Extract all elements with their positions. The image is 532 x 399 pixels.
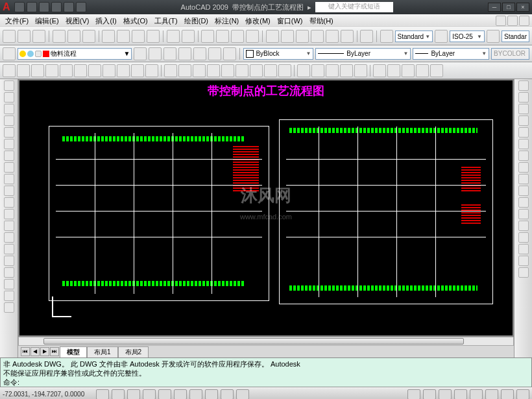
tab-nav-next-icon[interactable]: ▶: [40, 347, 49, 356]
area-icon[interactable]: [311, 64, 324, 77]
dim-jog-line-icon[interactable]: [236, 64, 248, 77]
new-icon[interactable]: [3, 30, 16, 43]
dim-angular-icon[interactable]: [103, 64, 115, 77]
menu-tools[interactable]: 工具(T): [152, 16, 180, 26]
sheet-set-icon[interactable]: [311, 30, 324, 43]
spline-icon[interactable]: [4, 174, 14, 184]
layer-iso-icon[interactable]: [163, 47, 176, 60]
ml-collect-icon[interactable]: [430, 64, 443, 77]
pan-icon[interactable]: [201, 30, 214, 43]
paste-icon[interactable]: [132, 30, 145, 43]
layer-uniso-icon[interactable]: [178, 47, 191, 60]
ellipse-icon[interactable]: [4, 186, 14, 196]
otrack-icon[interactable]: [174, 389, 187, 400]
arc-icon[interactable]: [4, 139, 14, 149]
model-viewport[interactable]: 带控制点的工艺流程图: [18, 79, 514, 337]
xline-icon[interactable]: [4, 92, 14, 103]
rotate-icon[interactable]: [518, 151, 529, 161]
point-icon[interactable]: [4, 232, 14, 243]
menu-window[interactable]: 窗口(W): [274, 16, 306, 26]
menu-dimension[interactable]: 标注(N): [212, 16, 241, 26]
dim-diameter-icon[interactable]: [88, 64, 101, 77]
zoom-realtime-icon[interactable]: [216, 30, 229, 43]
print-icon[interactable]: [53, 30, 66, 43]
open-icon[interactable]: [18, 30, 30, 43]
dim-break-icon[interactable]: [178, 64, 191, 77]
dim-update-icon[interactable]: [278, 64, 291, 77]
break-icon[interactable]: [518, 221, 529, 231]
zoom-prev-icon[interactable]: [246, 30, 259, 43]
dim-ordinate-icon[interactable]: [45, 64, 58, 77]
offset-icon[interactable]: [518, 115, 529, 126]
qat-redo-icon[interactable]: [64, 2, 74, 12]
layer-state-icon[interactable]: [149, 47, 162, 60]
design-center-icon[interactable]: [281, 30, 294, 43]
tab-nav-first-icon[interactable]: ⏮: [21, 347, 30, 356]
revcloud-icon[interactable]: [4, 162, 14, 173]
command-line[interactable]: 非 Autodesk DWG。 此 DWG 文件由非 Autodesk 开发或许…: [0, 357, 532, 387]
dim-space-icon[interactable]: [164, 64, 177, 77]
table-style-combo[interactable]: Standar: [502, 30, 529, 42]
insert-block-icon[interactable]: [4, 209, 14, 219]
undo-icon[interactable]: [167, 30, 180, 43]
calc-icon[interactable]: [341, 30, 354, 43]
model-paper-icon[interactable]: [407, 389, 420, 400]
color-combo[interactable]: ByBlock▼: [243, 48, 313, 60]
layer-prev-icon[interactable]: [134, 47, 147, 60]
erase-icon[interactable]: [518, 80, 529, 91]
tab-layout2[interactable]: 布局2: [118, 346, 149, 357]
qp-icon[interactable]: [236, 389, 249, 400]
annotation-vis-icon[interactable]: [470, 389, 483, 400]
ml-add-icon[interactable]: [387, 64, 400, 77]
grid-icon[interactable]: [112, 389, 125, 400]
tab-nav-last-icon[interactable]: ⏭: [50, 347, 59, 356]
ellipse-arc-icon[interactable]: [4, 197, 14, 208]
hatch-icon[interactable]: [4, 244, 14, 254]
region-icon[interactable]: [326, 64, 339, 77]
help-icon[interactable]: [360, 30, 373, 43]
menu-format[interactable]: 格式(O): [121, 16, 151, 26]
join-icon[interactable]: [518, 232, 529, 243]
quick-view-layouts-icon[interactable]: [423, 389, 436, 400]
publish-icon[interactable]: [82, 30, 95, 43]
coordinates[interactable]: -72.0031, -194.7207, 0.0000: [3, 391, 93, 398]
qat-open-icon[interactable]: [27, 2, 37, 12]
tab-model[interactable]: 模型: [60, 346, 87, 357]
close-button[interactable]: ×: [516, 3, 529, 12]
linetype-combo[interactable]: ByLayer▼: [315, 48, 411, 60]
list-icon[interactable]: [340, 64, 353, 77]
menu-edit[interactable]: 编辑(E): [32, 16, 62, 26]
dim-text-edit-icon[interactable]: [264, 64, 277, 77]
lineweight-combo[interactable]: ByLayer▼: [413, 48, 489, 60]
dim-jogged-icon[interactable]: [74, 64, 87, 77]
ml-align-icon[interactable]: [416, 64, 429, 77]
ducs-icon[interactable]: [189, 389, 202, 400]
doc-minimize-icon[interactable]: [496, 16, 506, 26]
copy-obj-icon[interactable]: [518, 92, 529, 103]
scale-icon[interactable]: [518, 162, 529, 173]
menu-view[interactable]: 视图(V): [63, 16, 92, 26]
qat-save-icon[interactable]: [39, 2, 49, 12]
menu-modify[interactable]: 修改(M): [243, 16, 273, 26]
stretch-icon[interactable]: [518, 174, 529, 184]
region-icon[interactable]: [4, 267, 14, 278]
dim-aligned-icon[interactable]: [17, 64, 30, 77]
dim-continue-icon[interactable]: [145, 64, 158, 77]
menu-insert[interactable]: 插入(I): [93, 16, 119, 26]
menu-draw[interactable]: 绘图(D): [182, 16, 211, 26]
menu-help[interactable]: 帮助(H): [307, 16, 336, 26]
clean-screen-icon[interactable]: [516, 389, 529, 400]
gradient-icon[interactable]: [4, 256, 14, 266]
doc-close-icon[interactable]: [519, 16, 529, 26]
lwt-icon[interactable]: [221, 389, 234, 400]
tolerance-icon[interactable]: [193, 64, 206, 77]
mirror-icon[interactable]: [518, 104, 529, 114]
ortho-icon[interactable]: [127, 389, 140, 400]
dim-linear-icon[interactable]: [3, 64, 16, 77]
minimize-button[interactable]: ─: [488, 3, 501, 12]
fillet-icon[interactable]: [518, 256, 529, 266]
copy-icon[interactable]: [117, 30, 130, 43]
make-block-icon[interactable]: [4, 221, 14, 231]
osnap-icon[interactable]: [158, 389, 171, 400]
dist-icon[interactable]: [297, 64, 310, 77]
